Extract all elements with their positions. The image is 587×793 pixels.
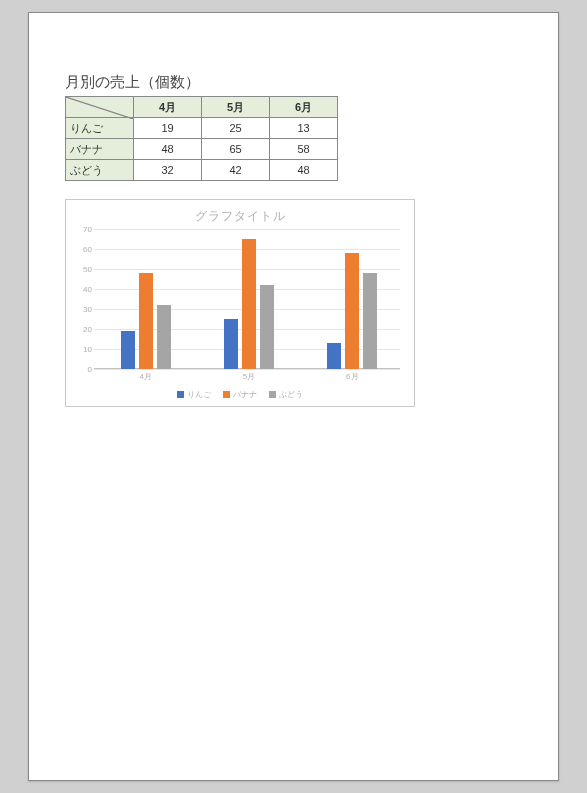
chart-x-tick: 4月 — [139, 371, 151, 382]
table-cell: 32 — [134, 160, 202, 181]
chart-y-tick: 10 — [76, 345, 92, 354]
chart-bar — [345, 253, 359, 369]
table-row-head: ぶどう — [66, 160, 134, 181]
chart-bar-group — [121, 273, 171, 369]
chart-legend: りんごバナナぶどう — [76, 389, 404, 400]
table-row: バナナ 48 65 58 — [66, 139, 338, 160]
chart-plot-area: 010203040506070 — [94, 229, 400, 369]
legend-swatch-icon — [269, 391, 276, 398]
table-row: りんご 19 25 13 — [66, 118, 338, 139]
chart-bar-group — [224, 239, 274, 369]
chart-bar — [121, 331, 135, 369]
table-cell: 25 — [202, 118, 270, 139]
chart-bar — [139, 273, 153, 369]
chart-bar — [260, 285, 274, 369]
chart-frame: グラフタイトル 010203040506070 4月5月6月 りんごバナナぶどう — [65, 199, 415, 407]
chart-title: グラフタイトル — [76, 208, 404, 225]
table-cell: 48 — [134, 139, 202, 160]
table-title: 月別の売上（個数） — [65, 73, 528, 92]
chart-y-tick: 70 — [76, 225, 92, 234]
chart-x-tick: 6月 — [346, 371, 358, 382]
legend-label: バナナ — [233, 389, 257, 400]
table-row-head: バナナ — [66, 139, 134, 160]
table-col-head: 6月 — [270, 97, 338, 118]
table-cell: 48 — [270, 160, 338, 181]
table-cell: 65 — [202, 139, 270, 160]
chart-y-tick: 60 — [76, 245, 92, 254]
svg-line-0 — [66, 97, 133, 119]
table-cell: 42 — [202, 160, 270, 181]
chart-y-tick: 0 — [76, 365, 92, 374]
chart-bar — [157, 305, 171, 369]
legend-label: ぶどう — [279, 389, 303, 400]
legend-label: りんご — [187, 389, 211, 400]
table-cell: 13 — [270, 118, 338, 139]
chart-legend-item: りんご — [177, 389, 211, 400]
table-cell: 19 — [134, 118, 202, 139]
chart-x-axis: 4月5月6月 — [94, 369, 400, 383]
chart-x-tick: 5月 — [243, 371, 255, 382]
table-corner-cell — [66, 97, 134, 118]
chart-bar — [363, 273, 377, 369]
chart-y-tick: 30 — [76, 305, 92, 314]
chart-bar — [224, 319, 238, 369]
data-table: 4月 5月 6月 りんご 19 25 13 バナナ 48 65 58 ぶどう 3… — [65, 96, 338, 181]
chart-legend-item: ぶどう — [269, 389, 303, 400]
chart-bar-group — [327, 253, 377, 369]
chart-y-tick: 50 — [76, 265, 92, 274]
legend-swatch-icon — [177, 391, 184, 398]
chart-y-tick: 40 — [76, 285, 92, 294]
chart-bar — [242, 239, 256, 369]
table-cell: 58 — [270, 139, 338, 160]
chart-legend-item: バナナ — [223, 389, 257, 400]
table-col-head: 5月 — [202, 97, 270, 118]
table-row-head: りんご — [66, 118, 134, 139]
document-page: 月別の売上（個数） 4月 5月 6月 りんご 19 25 13 バナナ 48 6… — [28, 12, 559, 781]
legend-swatch-icon — [223, 391, 230, 398]
chart-y-tick: 20 — [76, 325, 92, 334]
chart-gridline — [94, 229, 400, 230]
table-col-head: 4月 — [134, 97, 202, 118]
chart-bar — [327, 343, 341, 369]
table-row: ぶどう 32 42 48 — [66, 160, 338, 181]
